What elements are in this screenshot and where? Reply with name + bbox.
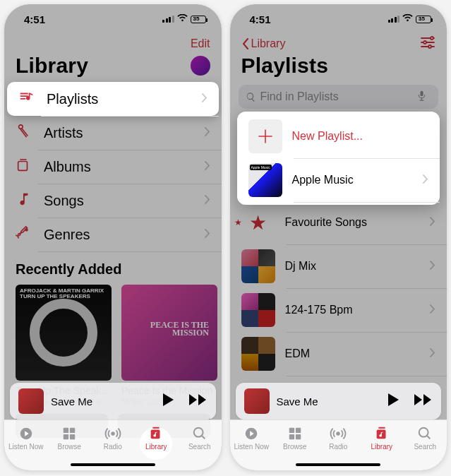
fast-forward-icon[interactable]: [188, 393, 208, 410]
svg-point-20: [337, 432, 339, 435]
screenshot-playlists: 4:51 35 Library Playlists Find in Playli…: [230, 4, 447, 470]
album-artwork: AFROJACK & MARTIN GARRIX TURN UP THE SPE…: [16, 285, 112, 381]
svg-point-0: [19, 125, 23, 129]
library-row-genres[interactable]: Genres: [4, 218, 222, 251]
playlist-label: 124-175 Bpm: [285, 304, 353, 316]
edit-button[interactable]: Edit: [191, 37, 210, 50]
chevron-right-icon: [430, 347, 435, 360]
apple-music-folder[interactable]: Apple Music Apple Music: [237, 158, 440, 202]
tab-search[interactable]: Search: [179, 426, 220, 451]
svg-rect-7: [70, 434, 75, 439]
now-playing-bar[interactable]: Save Me: [10, 383, 216, 420]
new-playlist-label: New Playlist...: [292, 130, 363, 143]
library-row-label: Playlists: [47, 91, 98, 107]
tab-library[interactable]: Library: [136, 426, 176, 451]
now-playing-title: Save Me: [277, 395, 318, 407]
svg-rect-1: [18, 162, 28, 171]
playlist-label: Apple Music: [292, 174, 354, 186]
playlists-menu-popup: New Playlist... Apple Music Apple Music: [237, 112, 440, 205]
chevron-right-icon: [430, 260, 435, 273]
now-playing-bar[interactable]: Save Me: [236, 383, 442, 420]
page-title: Library: [16, 54, 88, 78]
play-overlay-icon: [16, 285, 112, 381]
tab-radio[interactable]: Radio: [318, 426, 359, 451]
star-badge-icon: ★: [234, 218, 242, 227]
sort-button[interactable]: [420, 36, 435, 52]
playlist-row[interactable]: EDM: [230, 332, 447, 376]
status-bar: 4:51 35: [230, 4, 447, 34]
svg-rect-5: [70, 428, 75, 433]
chevron-right-icon: [202, 93, 208, 105]
now-playing-artwork: [244, 388, 270, 414]
chevron-right-icon: [205, 126, 210, 139]
tab-library[interactable]: Library: [361, 426, 402, 451]
music-note-icon: [16, 191, 31, 210]
back-button[interactable]: Library: [241, 37, 286, 50]
apple-music-artwork: Apple Music: [248, 163, 282, 197]
plus-icon: [248, 119, 282, 153]
home-indicator[interactable]: [296, 463, 380, 466]
tab-browse[interactable]: Browse: [275, 426, 315, 451]
library-row-label: Songs: [44, 193, 84, 209]
svg-rect-14: [420, 90, 423, 96]
tab-listen-now[interactable]: Listen Now: [6, 426, 47, 451]
now-playing-artwork: [18, 388, 44, 414]
search-icon: [246, 92, 256, 102]
album-icon: [16, 157, 31, 176]
library-row-label: Albums: [44, 159, 91, 175]
cell-signal-icon: [388, 16, 400, 23]
svg-rect-19: [296, 434, 301, 439]
tab-listen-now[interactable]: Listen Now: [231, 426, 272, 451]
chevron-right-icon: [423, 174, 428, 186]
library-row-artists[interactable]: Artists: [4, 116, 222, 150]
svg-rect-6: [64, 434, 68, 439]
svg-point-12: [423, 41, 426, 44]
screenshot-library: 4:51 35 Edit Library Playlists Artists: [4, 4, 222, 470]
svg-point-13: [428, 45, 431, 48]
profile-avatar[interactable]: [191, 56, 210, 76]
svg-point-22: [419, 428, 428, 437]
svg-point-11: [431, 37, 433, 40]
chevron-right-icon: [205, 228, 210, 241]
svg-point-2: [25, 229, 28, 231]
wifi-icon: [402, 14, 413, 25]
playlist-artwork: [241, 337, 275, 371]
library-row-label: Genres: [44, 227, 90, 243]
tab-radio[interactable]: Radio: [92, 426, 133, 451]
wifi-icon: [177, 14, 188, 25]
chevron-right-icon: [430, 304, 435, 316]
tab-search[interactable]: Search: [404, 426, 445, 451]
playlist-row[interactable]: 124-175 Bpm: [230, 288, 447, 332]
playlist-row[interactable]: ★ ★ Favourite Songs: [230, 201, 447, 244]
status-bar: 4:51 35: [4, 4, 222, 34]
home-indicator[interactable]: [71, 463, 155, 466]
library-row-albums[interactable]: Albums: [4, 150, 222, 184]
playlist-row[interactable]: Dj Mix: [230, 244, 447, 288]
recently-added-header: Recently Added: [4, 251, 222, 285]
dictate-icon[interactable]: [416, 90, 431, 104]
fast-forward-icon[interactable]: [413, 393, 433, 410]
playlist-icon: [18, 90, 34, 108]
battery-icon: 35: [191, 16, 206, 23]
chevron-right-icon: [430, 216, 435, 229]
playlist-label: EDM: [285, 347, 311, 360]
page-title: Playlists: [241, 54, 329, 78]
search-placeholder: Find in Playlists: [260, 90, 339, 103]
album-artwork: PEACE IS THE MISSION: [121, 285, 217, 381]
play-icon[interactable]: [161, 392, 175, 410]
library-row-songs[interactable]: Songs: [4, 184, 222, 218]
play-icon[interactable]: [386, 392, 400, 410]
svg-point-8: [112, 432, 114, 435]
library-row-playlists[interactable]: Playlists: [7, 82, 219, 116]
star-icon: ★: [241, 206, 275, 239]
tab-browse[interactable]: Browse: [49, 426, 90, 451]
new-playlist-button[interactable]: New Playlist...: [237, 114, 440, 158]
search-input[interactable]: Find in Playlists: [239, 85, 439, 109]
status-time: 4:51: [250, 13, 271, 25]
chevron-right-icon: [205, 194, 210, 207]
svg-rect-18: [289, 434, 294, 439]
now-playing-title: Save Me: [51, 395, 92, 407]
playlist-label: Dj Mix: [285, 260, 316, 273]
cell-signal-icon: [162, 16, 174, 23]
playlist-artwork: [241, 249, 275, 283]
